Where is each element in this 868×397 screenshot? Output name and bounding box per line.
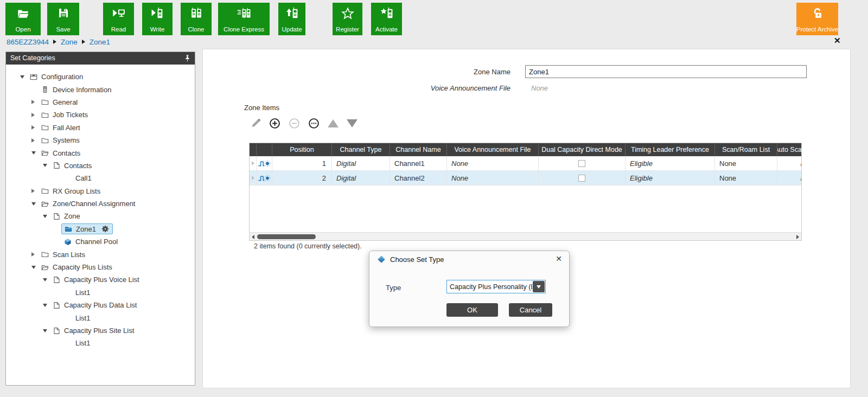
tree-item-zone-channel-assignment[interactable]: Zone/Channel Assignment [6,197,195,210]
tree-item-channel-pool[interactable]: Channel Pool [6,235,195,248]
clone-radios-icon [189,7,203,20]
pencil-icon[interactable] [251,118,261,129]
tree-item-configuration[interactable]: Configuration [6,71,195,83]
zone-detail-panel: Zone Name Voice Announcement File None Z… [202,49,851,388]
items-found-status: 2 items found (0 currently selected). [254,242,362,250]
table-row[interactable]: 1 Digital Channel1 None Eligible None No [250,156,801,171]
scroll-left-icon[interactable] [252,235,254,239]
col-voice-announcement-file[interactable]: Voice Announcement File [447,143,539,156]
folder-open-icon [41,200,49,208]
main-toolbar: Open Save Read Write Clone Clone Express… [0,0,868,36]
ok-button[interactable]: OK [446,303,498,317]
horizontal-scrollbar[interactable] [250,232,801,240]
tree-item-scan-lists[interactable]: Scan Lists [6,248,195,260]
move-up-icon[interactable] [328,119,339,127]
collapse-icon[interactable] [31,151,41,155]
collapse-icon[interactable] [43,304,52,307]
breadcrumb-device[interactable]: 865EZZ3944 [7,38,49,46]
channel-pulse-icon [258,174,271,182]
folder-open-icon [41,149,49,157]
tree-item-device-information[interactable]: Device Information [6,83,195,95]
collapse-icon[interactable] [43,164,52,167]
tree-item-call1[interactable]: Call1 [6,172,195,184]
col-scan-roam-list[interactable]: Scan/Roam List [715,143,777,156]
write-button[interactable]: Write [142,3,173,35]
col-timing-leader-preference[interactable]: Timing Leader Preference [626,143,715,156]
tree-item-fall-alert[interactable]: Fall Alert [6,121,195,134]
protect-archive-button[interactable]: Protect Archive [796,3,838,35]
add-circle-icon[interactable] [269,118,280,129]
remove-circle-icon[interactable] [289,118,300,129]
scroll-right-icon[interactable] [796,235,799,239]
collapse-icon[interactable] [31,202,41,206]
collapse-icon[interactable] [43,329,52,332]
breadcrumb-zone[interactable]: Zone [61,38,78,46]
collapse-icon[interactable] [20,75,29,79]
tree-item-capacity-plus-voice-list[interactable]: Capacity Plus Voice List [6,273,195,286]
tree-item-job-tickets[interactable]: Job Tickets [6,108,195,121]
save-button[interactable]: Save [47,3,79,35]
close-icon[interactable]: ✕ [834,36,841,46]
set-type-dropdown[interactable]: Capacity Plus Personality (Linked [446,280,546,293]
gear-icon[interactable] [101,225,110,233]
zone-items-toolbar [251,118,358,129]
collapse-icon[interactable] [31,266,41,269]
tree-item-contacts-folder[interactable]: Contacts [6,146,195,159]
tree-item-systems[interactable]: Systems [6,134,195,146]
expand-icon[interactable] [31,100,41,104]
expand-icon[interactable] [31,252,41,257]
tree-item-capacity-plus-data-list[interactable]: Capacity Plus Data List [6,299,195,311]
table-row[interactable]: 2 Digital Channel2 None Eligible None No [250,171,801,185]
dual-capacity-checkbox[interactable] [578,175,585,182]
document-icon [52,276,61,284]
update-button[interactable]: Update [278,3,305,35]
tree-item-site-list1[interactable]: List1 [6,337,195,349]
pushpin-icon[interactable] [183,54,192,62]
category-tree: Configuration Device Information General… [6,65,195,350]
tree-item-capacity-plus-lists[interactable]: Capacity Plus Lists [6,261,195,273]
open-button[interactable]: Open [5,3,41,35]
channel-pulse-icon [258,159,271,168]
tree-item-general[interactable]: General [6,96,195,108]
breadcrumb-arrow-icon [53,40,56,44]
expand-icon[interactable] [31,189,41,193]
read-button[interactable]: Read [103,3,134,35]
tree-item-zone1-selected[interactable]: Zone1 [61,223,113,234]
tree-item-voice-list1[interactable]: List1 [6,286,195,299]
col-channel-type[interactable]: Channel Type [332,143,390,156]
dual-capacity-checkbox[interactable] [578,160,585,167]
tree-item-zone[interactable]: Zone [6,210,195,222]
col-position[interactable]: Position [272,143,332,156]
clone-express-button[interactable]: Clone Express [218,3,270,35]
expand-icon[interactable] [31,125,41,130]
chevron-down-icon[interactable] [533,281,545,292]
col-channel-name[interactable]: Channel Name [390,143,447,156]
collapse-icon[interactable] [43,278,52,281]
expand-icon[interactable] [31,138,41,143]
zone-name-input[interactable] [525,65,807,78]
expand-icon[interactable] [31,113,41,117]
register-button[interactable]: Register [333,3,362,35]
dialog-close-icon[interactable]: ✕ [556,254,562,263]
tree-item-contacts-set[interactable]: Contacts [6,159,195,172]
zone-items-table: Position Channel Type Channel Name Voice… [249,143,802,241]
scrollbar-thumb[interactable] [257,234,316,239]
row-expand-icon[interactable] [252,176,254,180]
clone-button[interactable]: Clone [181,3,212,35]
zone-name-label: Zone Name [409,68,510,76]
cube-icon [63,238,72,246]
move-down-icon[interactable] [347,119,358,127]
col-dual-capacity-direct-mode[interactable]: Dual Capacity Direct Mode [539,143,626,156]
tree-item-rx-group-lists[interactable]: RX Group Lists [6,185,195,197]
voice-announcement-label: Voice Announcement File [409,84,510,92]
archive-box-icon [29,73,38,81]
col-auto-scan[interactable]: Auto Scan [777,143,802,156]
row-expand-icon[interactable] [252,161,254,165]
collapse-icon[interactable] [43,215,52,218]
activate-button[interactable]: Activate [371,3,402,35]
tree-item-capacity-plus-site-list[interactable]: Capacity Plus Site List [6,324,195,337]
tree-item-data-list1[interactable]: List1 [6,311,195,324]
more-circle-icon[interactable] [308,118,320,129]
cancel-button[interactable]: Cancel [509,303,552,317]
breadcrumb-zone1[interactable]: Zone1 [90,38,110,46]
